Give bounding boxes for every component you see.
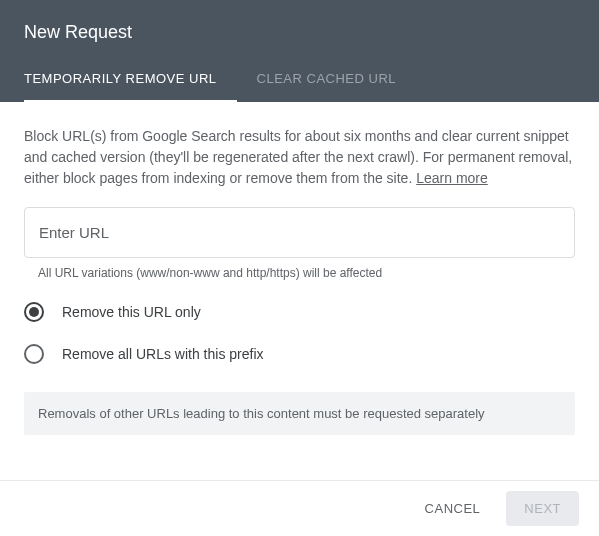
dialog-header: New Request TEMPORARILY REMOVE URL CLEAR… <box>0 0 599 102</box>
radio-label: Remove all URLs with this prefix <box>62 346 264 362</box>
tab-label: TEMPORARILY REMOVE URL <box>24 71 217 86</box>
radio-group: Remove this URL only Remove all URLs wit… <box>24 302 575 364</box>
url-input[interactable] <box>24 207 575 258</box>
cancel-button[interactable]: CANCEL <box>411 491 495 526</box>
description-body: Block URL(s) from Google Search results … <box>24 128 572 186</box>
notice-text: Removals of other URLs leading to this c… <box>24 392 575 435</box>
tabs-container: TEMPORARILY REMOVE URL CLEAR CACHED URL <box>24 71 575 102</box>
dialog-content: Block URL(s) from Google Search results … <box>0 102 599 435</box>
next-button[interactable]: NEXT <box>506 491 579 526</box>
radio-label: Remove this URL only <box>62 304 201 320</box>
tab-clear-cached-url[interactable]: CLEAR CACHED URL <box>237 71 416 102</box>
description-text: Block URL(s) from Google Search results … <box>24 126 575 189</box>
radio-remove-this-url-only[interactable]: Remove this URL only <box>24 302 575 322</box>
dialog-footer: CANCEL NEXT <box>0 480 599 536</box>
tab-temporarily-remove-url[interactable]: TEMPORARILY REMOVE URL <box>24 71 237 102</box>
url-hint: All URL variations (www/non-www and http… <box>24 266 575 280</box>
radio-indicator-icon <box>24 302 44 322</box>
radio-remove-all-urls-prefix[interactable]: Remove all URLs with this prefix <box>24 344 575 364</box>
dialog-title: New Request <box>24 22 575 43</box>
tab-label: CLEAR CACHED URL <box>257 71 396 86</box>
radio-indicator-icon <box>24 344 44 364</box>
learn-more-link[interactable]: Learn more <box>416 170 488 186</box>
